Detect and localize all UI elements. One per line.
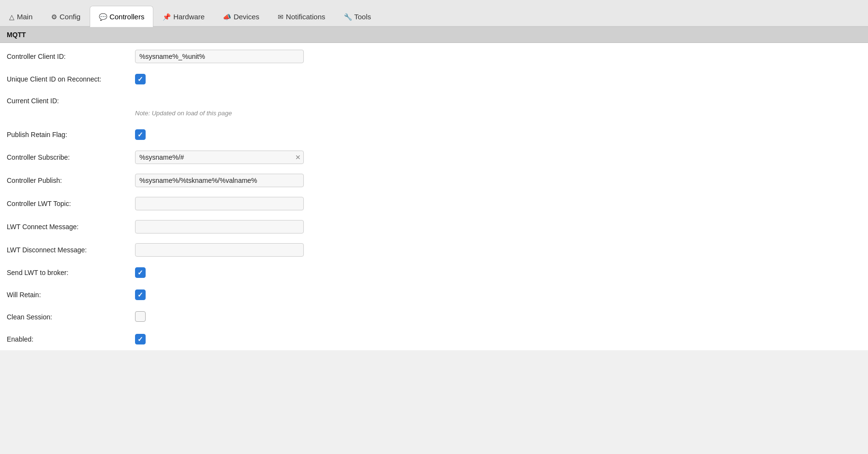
tab-bar: △ Main ⚙ Config 💬 Controllers 📌 Hardware…: [0, 0, 868, 27]
label-lwt-disconnect-message: LWT Disconnect Message:: [0, 243, 135, 257]
row-unique-client-id: Unique Client ID on Reconnect:: [0, 68, 868, 90]
input-with-clear-subscribe: ✕: [135, 151, 304, 164]
tools-icon: 🔧: [344, 13, 352, 21]
main-icon: △: [9, 13, 14, 21]
control-lwt-disconnect-message: [135, 241, 868, 259]
tab-controllers-label: Controllers: [109, 13, 145, 21]
tab-hardware-label: Hardware: [173, 13, 204, 21]
notifications-icon: ✉: [278, 13, 284, 21]
control-lwt-connect-message: [135, 218, 868, 235]
tab-devices-label: Devices: [233, 13, 259, 21]
row-lwt-disconnect-message: LWT Disconnect Message:: [0, 238, 868, 261]
control-send-lwt-to-broker: [135, 265, 868, 280]
row-controller-client-id: Controller Client ID:: [0, 45, 868, 68]
input-controller-client-id[interactable]: [135, 50, 304, 63]
control-controller-client-id: [135, 48, 868, 65]
section-title: MQTT: [7, 31, 26, 39]
config-icon: ⚙: [51, 13, 57, 21]
input-controller-publish[interactable]: [135, 174, 304, 187]
control-controller-lwt-topic: [135, 195, 868, 212]
row-publish-retain-flag: Publish Retain Flag:: [0, 124, 868, 146]
label-publish-retain-flag: Publish Retain Flag:: [0, 128, 135, 141]
tab-config[interactable]: ⚙ Config: [42, 6, 90, 27]
row-will-retain: Will Retain:: [0, 284, 868, 306]
label-controller-lwt-topic: Controller LWT Topic:: [0, 197, 135, 210]
checkbox-send-lwt-to-broker[interactable]: [135, 267, 146, 278]
checkbox-unique-client-id[interactable]: [135, 74, 146, 84]
control-clean-session: [135, 309, 868, 325]
tab-devices[interactable]: 📣 Devices: [214, 6, 268, 27]
checkbox-publish-retain-flag[interactable]: [135, 129, 146, 140]
tab-main[interactable]: △ Main: [0, 6, 42, 27]
control-controller-publish: [135, 172, 868, 189]
row-clean-session: Clean Session:: [0, 306, 868, 328]
checkbox-clean-session[interactable]: [135, 311, 146, 322]
checkbox-enabled[interactable]: [135, 334, 146, 344]
label-current-client-id: Current Client ID:: [0, 94, 135, 108]
tab-tools-label: Tools: [354, 13, 371, 21]
row-enabled: Enabled:: [0, 328, 868, 350]
clear-subscribe-button[interactable]: ✕: [295, 154, 301, 161]
input-lwt-disconnect-message[interactable]: [135, 243, 304, 257]
devices-icon: 📣: [223, 13, 231, 21]
row-controller-lwt-topic: Controller LWT Topic:: [0, 192, 868, 215]
row-lwt-connect-message: LWT Connect Message:: [0, 215, 868, 238]
control-will-retain: [135, 288, 868, 302]
page: △ Main ⚙ Config 💬 Controllers 📌 Hardware…: [0, 0, 868, 454]
tab-main-label: Main: [17, 13, 33, 21]
section-header: MQTT: [0, 27, 868, 43]
label-enabled: Enabled:: [0, 332, 135, 346]
tab-config-label: Config: [60, 13, 81, 21]
label-lwt-connect-message: LWT Connect Message:: [0, 220, 135, 234]
tab-controllers[interactable]: 💬 Controllers: [90, 6, 154, 27]
control-current-client-id: Note: Updated on load of this page: [135, 94, 868, 121]
tab-notifications-label: Notifications: [286, 13, 326, 21]
input-lwt-connect-message[interactable]: [135, 220, 304, 234]
label-controller-client-id: Controller Client ID:: [0, 50, 135, 63]
controllers-icon: 💬: [99, 13, 107, 21]
tab-hardware[interactable]: 📌 Hardware: [153, 6, 214, 27]
checkbox-will-retain[interactable]: [135, 289, 146, 300]
note-current-client-id: Note: Updated on load of this page: [135, 109, 868, 119]
control-unique-client-id: [135, 72, 868, 86]
form-area: Controller Client ID: Unique Client ID o…: [0, 43, 868, 350]
content-area: MQTT Controller Client ID: Unique Client…: [0, 27, 868, 350]
hardware-icon: 📌: [163, 13, 171, 21]
row-send-lwt-to-broker: Send LWT to broker:: [0, 261, 868, 284]
control-enabled: [135, 332, 868, 346]
tab-tools[interactable]: 🔧 Tools: [335, 6, 380, 27]
row-current-client-id: Current Client ID: Note: Updated on load…: [0, 90, 868, 124]
label-controller-publish: Controller Publish:: [0, 174, 135, 187]
label-send-lwt-to-broker: Send LWT to broker:: [0, 266, 135, 279]
tab-notifications[interactable]: ✉ Notifications: [269, 6, 335, 27]
label-will-retain: Will Retain:: [0, 288, 135, 302]
input-controller-lwt-topic[interactable]: [135, 197, 304, 210]
label-clean-session: Clean Session:: [0, 310, 135, 324]
control-controller-subscribe: ✕: [135, 149, 868, 166]
label-controller-subscribe: Controller Subscribe:: [0, 151, 135, 164]
row-controller-subscribe: Controller Subscribe: ✕: [0, 146, 868, 169]
control-publish-retain-flag: [135, 127, 868, 142]
label-unique-client-id: Unique Client ID on Reconnect:: [0, 72, 135, 86]
row-controller-publish: Controller Publish:: [0, 169, 868, 192]
input-controller-subscribe[interactable]: [135, 151, 304, 164]
